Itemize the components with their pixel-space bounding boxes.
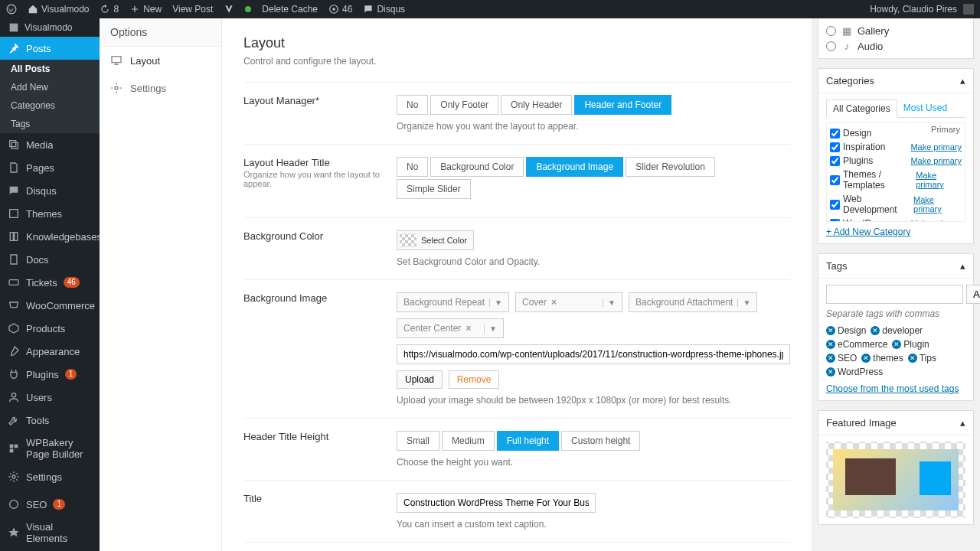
menu-tickets[interactable]: Tickets46 bbox=[0, 271, 100, 294]
site-home[interactable]: Visualmodo bbox=[28, 4, 89, 15]
menu-pages[interactable]: Pages bbox=[0, 156, 100, 179]
menu-docs[interactable]: Docs bbox=[0, 248, 100, 271]
ht-bg-color[interactable]: Background Color bbox=[430, 157, 524, 177]
sidebar-site-name[interactable]: Visualmodo bbox=[0, 18, 100, 37]
remove-button[interactable]: Remove bbox=[449, 370, 500, 389]
category-item[interactable]: WordPressMake primary bbox=[830, 217, 962, 222]
wp-logo[interactable] bbox=[6, 4, 17, 15]
collapse-icon: ▴ bbox=[960, 260, 965, 272]
h-small[interactable]: Small bbox=[397, 431, 439, 451]
submenu-tags[interactable]: Tags bbox=[0, 115, 100, 133]
h-custom[interactable]: Custom height bbox=[561, 431, 640, 451]
featured-thumbnail[interactable] bbox=[826, 442, 965, 518]
category-item[interactable]: Themes / TemplatesMake primary bbox=[830, 168, 962, 192]
add-category-link[interactable]: + Add New Category bbox=[826, 227, 910, 237]
bg-size-select[interactable]: Cover×▼ bbox=[515, 292, 622, 312]
gear-icon bbox=[110, 82, 122, 94]
category-item[interactable]: PluginsMake primary bbox=[830, 154, 962, 168]
select-color-button[interactable]: Select Color bbox=[397, 230, 474, 250]
bg-color-help: Set Background Color and Opacity. bbox=[397, 256, 790, 267]
menu-wpbakery[interactable]: WPBakery Page Builder bbox=[0, 432, 100, 465]
remove-tag-icon[interactable]: ✕ bbox=[826, 367, 835, 377]
menu-visual-elements[interactable]: Visual Elements bbox=[0, 516, 100, 549]
ht-simple-slider[interactable]: Simple Slider bbox=[397, 179, 471, 199]
menu-seo[interactable]: SEO1 bbox=[0, 493, 100, 516]
menu-posts[interactable]: Posts bbox=[0, 37, 100, 60]
menu-disqus[interactable]: Disqus bbox=[0, 179, 100, 202]
menu-tools[interactable]: Tools bbox=[0, 409, 100, 432]
choose-tags-link[interactable]: Choose from the most used tags bbox=[826, 383, 959, 394]
ht-no[interactable]: No bbox=[397, 157, 428, 177]
menu-plugins[interactable]: Plugins1 bbox=[0, 363, 100, 386]
submenu-add-new[interactable]: Add New bbox=[0, 78, 100, 96]
ht-slider-rev[interactable]: Slider Revolution bbox=[626, 157, 715, 177]
remove-tag-icon[interactable]: ✕ bbox=[861, 354, 871, 363]
remove-tag-icon[interactable]: ✕ bbox=[908, 354, 917, 363]
featured-widget: Featured Image▴ bbox=[818, 410, 974, 525]
bg-position-select[interactable]: Center Center×▼ bbox=[397, 318, 504, 338]
remove-tag-icon[interactable]: ✕ bbox=[892, 340, 901, 349]
featured-header[interactable]: Featured Image▴ bbox=[818, 411, 973, 435]
updates[interactable]: 8 bbox=[100, 4, 119, 15]
submenu-all-posts[interactable]: All Posts bbox=[0, 60, 100, 78]
categories-header[interactable]: Categories▴ bbox=[818, 69, 973, 93]
tags-input[interactable] bbox=[826, 285, 963, 304]
make-primary-link[interactable]: Make primary bbox=[910, 142, 962, 152]
make-primary-link[interactable]: Make primary bbox=[910, 219, 962, 222]
options-settings[interactable]: Settings bbox=[100, 74, 221, 102]
upload-button[interactable]: Upload bbox=[397, 370, 443, 389]
title-input[interactable] bbox=[397, 493, 596, 513]
ht-bg-image[interactable]: Background Image bbox=[526, 157, 623, 177]
menu-woocommerce[interactable]: WooCommerce bbox=[0, 294, 100, 317]
menu-products[interactable]: Products bbox=[0, 317, 100, 340]
menu-knowledgebases[interactable]: Knowledgebases bbox=[0, 225, 100, 248]
bg-attachment-select[interactable]: Background Attachment▼ bbox=[629, 292, 757, 312]
menu-media[interactable]: Media bbox=[0, 133, 100, 156]
menu-appearance[interactable]: Appearance bbox=[0, 340, 100, 363]
make-primary-link[interactable]: Make primary bbox=[916, 171, 962, 189]
layout-manager-label: Layout Manager* bbox=[243, 95, 397, 132]
svg-point-11 bbox=[12, 475, 15, 478]
tab-all-categories[interactable]: All Categories bbox=[826, 99, 897, 118]
clear-icon[interactable]: × bbox=[551, 297, 557, 308]
tags-header[interactable]: Tags▴ bbox=[818, 254, 973, 279]
options-layout[interactable]: Layout bbox=[100, 47, 221, 74]
category-item[interactable]: Web DevelopmentMake primary bbox=[830, 192, 962, 217]
remove-tag-icon[interactable]: ✕ bbox=[826, 340, 835, 349]
format-gallery[interactable]: ▦Gallery bbox=[826, 23, 965, 38]
svg-point-7 bbox=[11, 393, 15, 397]
remove-tag-icon[interactable]: ✕ bbox=[871, 326, 880, 335]
menu-themes[interactable]: Themes bbox=[0, 202, 100, 225]
bg-color-label: Background Color bbox=[243, 230, 397, 267]
submenu-categories[interactable]: Categories bbox=[0, 96, 100, 115]
vm-icon[interactable] bbox=[224, 4, 234, 15]
lm-only-header[interactable]: Only Header bbox=[501, 95, 572, 115]
menu-settings[interactable]: Settings bbox=[0, 465, 100, 488]
menu-users[interactable]: Users bbox=[0, 386, 100, 409]
pin-icon bbox=[8, 42, 20, 54]
count-46[interactable]: 46 bbox=[328, 4, 352, 15]
disqus-link[interactable]: Disqus bbox=[363, 4, 405, 15]
h-medium[interactable]: Medium bbox=[442, 431, 495, 451]
greeting[interactable]: Howdy, Claudio Pires bbox=[870, 4, 974, 15]
remove-tag-icon[interactable]: ✕ bbox=[826, 326, 835, 335]
new-link[interactable]: New bbox=[129, 4, 162, 15]
format-audio[interactable]: ♪Audio bbox=[826, 38, 965, 54]
tags-add-button[interactable]: Add bbox=[966, 285, 980, 304]
clear-icon[interactable]: × bbox=[466, 323, 471, 334]
tab-most-used[interactable]: Most Used bbox=[897, 99, 953, 117]
h-full[interactable]: Full height bbox=[497, 431, 559, 451]
remove-tag-icon[interactable]: ✕ bbox=[826, 354, 835, 363]
make-primary-link[interactable]: Make primary bbox=[913, 195, 962, 214]
bg-repeat-select[interactable]: Background Repeat▼ bbox=[397, 292, 509, 312]
category-list[interactable]: Primary DesignInspirationMake primaryPlu… bbox=[826, 122, 965, 222]
cache-status[interactable] bbox=[245, 6, 251, 12]
make-primary-link[interactable]: Make primary bbox=[910, 156, 962, 165]
lm-no[interactable]: No bbox=[397, 95, 428, 115]
bg-image-url[interactable] bbox=[397, 344, 790, 364]
category-item[interactable]: InspirationMake primary bbox=[830, 140, 962, 154]
lm-header-footer[interactable]: Header and Footer bbox=[574, 95, 671, 115]
view-post[interactable]: View Post bbox=[172, 4, 213, 15]
lm-only-footer[interactable]: Only Footer bbox=[430, 95, 498, 115]
delete-cache[interactable]: Delete Cache bbox=[262, 4, 318, 15]
